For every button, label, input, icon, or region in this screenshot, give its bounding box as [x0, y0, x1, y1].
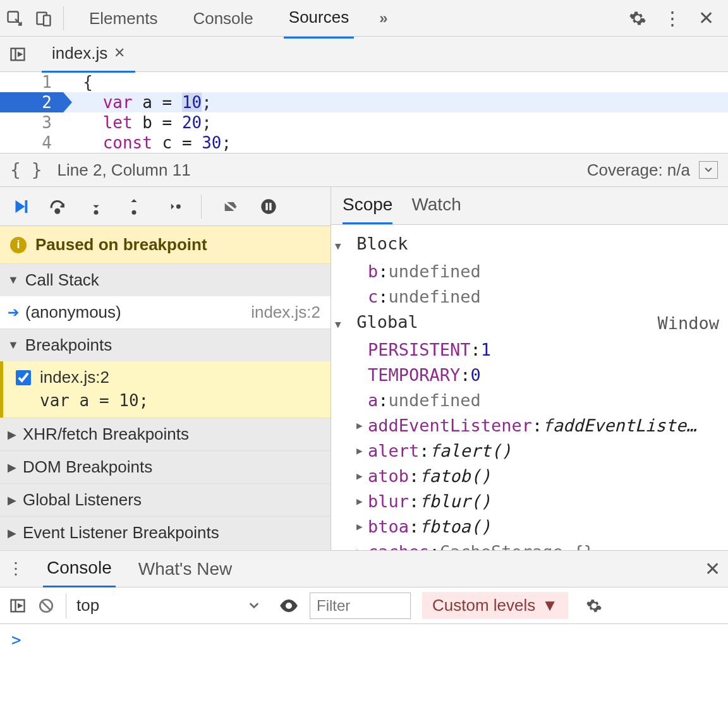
console-sidebar-toggle-icon[interactable]: [9, 597, 27, 615]
kebab-menu-icon[interactable]: ⋮: [663, 9, 682, 28]
step-button[interactable]: [161, 195, 183, 218]
line-number[interactable]: 3: [0, 112, 63, 133]
call-stack-frame[interactable]: ➔(anonymous)index.js:2: [0, 296, 331, 328]
close-drawer-icon[interactable]: ✕: [705, 558, 720, 580]
resume-button[interactable]: [9, 195, 32, 218]
tab-sources[interactable]: Sources: [284, 0, 354, 39]
chevron-right-icon: ▶: [356, 464, 368, 489]
paused-banner: i Paused on breakpoint: [0, 226, 331, 263]
show-navigator-icon[interactable]: [9, 45, 27, 63]
chevron-right-icon: ▶: [356, 438, 368, 464]
step-out-button[interactable]: [123, 195, 145, 218]
code-content: var a = 10;: [63, 92, 212, 112]
chevron-right-icon: ▶: [8, 493, 16, 507]
frame-location: index.js:2: [251, 303, 320, 322]
code-content: let b = 20;: [63, 112, 212, 133]
tab-console[interactable]: Console: [188, 0, 258, 38]
code-content: {: [63, 72, 93, 92]
scope-property[interactable]: ▶ btoa: f btoa(): [335, 514, 724, 539]
scope-property[interactable]: a: undefined: [335, 388, 724, 413]
chevron-down-icon: ▼: [335, 312, 346, 337]
tab-elements[interactable]: Elements: [84, 0, 162, 38]
code-line[interactable]: 1 {: [0, 72, 728, 92]
console-settings-icon[interactable]: [586, 598, 602, 614]
line-number[interactable]: 2: [0, 92, 63, 112]
chevron-right-icon: ▶: [356, 539, 368, 550]
tab-watch[interactable]: Watch: [411, 195, 461, 224]
section-global-listeners[interactable]: ▶ Global Listeners: [0, 483, 331, 516]
breakpoint-item[interactable]: index.js:2var a = 10;: [0, 361, 331, 418]
scope-property[interactable]: ▶ atob: f atob(): [335, 464, 724, 489]
coverage-dropdown-icon[interactable]: [699, 161, 718, 179]
device-toggle-icon[interactable]: [29, 6, 58, 31]
chevron-right-icon: ▶: [356, 489, 368, 514]
live-expression-icon[interactable]: [279, 599, 298, 612]
scope-property[interactable]: c: undefined: [335, 284, 724, 310]
coverage-label: Coverage: n/a: [587, 160, 690, 180]
frame-name: (anonymous): [25, 303, 121, 322]
pause-on-exceptions-button[interactable]: [257, 195, 280, 218]
drawer-tab-console[interactable]: Console: [43, 550, 116, 587]
section-xhr-breakpoints[interactable]: ▶ XHR/fetch Breakpoints: [0, 418, 331, 450]
svg-rect-11: [269, 203, 272, 210]
scope-property[interactable]: ▶ alert: f alert(): [335, 438, 724, 464]
svg-rect-4: [25, 200, 28, 213]
deactivate-breakpoints-button[interactable]: [219, 195, 242, 218]
code-line[interactable]: 4 const c = 30;: [0, 133, 728, 153]
settings-gear-icon[interactable]: [629, 9, 646, 27]
step-into-button[interactable]: [85, 195, 107, 218]
chevron-right-icon: ▶: [356, 413, 368, 438]
scope-property[interactable]: ▶ addEventListener: f addEventListe…: [335, 413, 724, 438]
section-event-listener-breakpoints[interactable]: ▶ Event Listener Breakpoints: [0, 516, 331, 550]
scope-property[interactable]: ▶ blur: f blur(): [335, 489, 724, 514]
breakpoint-checkbox[interactable]: [16, 370, 31, 385]
code-line[interactable]: 3 let b = 20;: [0, 112, 728, 133]
drawer-tab-whatsnew[interactable]: What's New: [135, 551, 236, 587]
console-prompt[interactable]: >: [0, 624, 728, 656]
scope-group-header[interactable]: ▼ Block: [335, 231, 724, 259]
clear-console-icon[interactable]: [38, 598, 54, 614]
section-breakpoints[interactable]: ▼ Breakpoints: [0, 328, 331, 361]
paused-text: Paused on breakpoint: [35, 235, 207, 255]
scope-group-header[interactable]: ▼ GlobalWindow: [335, 310, 724, 337]
code-line[interactable]: 2 var a = 10;: [0, 92, 728, 112]
line-number[interactable]: 1: [0, 72, 63, 92]
line-number[interactable]: 4: [0, 133, 63, 153]
chevron-right-icon: ▶: [8, 428, 16, 442]
code-editor[interactable]: 1 {2 var a = 10;3 let b = 20;4 const c =…: [0, 72, 728, 153]
devtools-top-toolbar: Elements Console Sources » ⋮ ✕: [0, 0, 728, 37]
console-levels-select[interactable]: Custom levels ▼: [422, 592, 568, 619]
info-icon: i: [10, 237, 27, 253]
chevron-right-icon: ▶: [356, 514, 368, 539]
close-file-icon[interactable]: ✕: [114, 45, 125, 61]
file-tab-label: index.js: [52, 44, 107, 63]
console-filter-input[interactable]: [310, 593, 411, 619]
scope-property[interactable]: TEMPORARY: 0: [335, 363, 724, 388]
chevron-down-icon: ▼: [8, 274, 19, 287]
console-context-select[interactable]: top: [66, 593, 268, 618]
sources-file-tabbar: index.js ✕: [0, 37, 728, 72]
pretty-print-icon[interactable]: { }: [10, 160, 42, 181]
scope-property[interactable]: b: undefined: [335, 259, 724, 284]
section-call-stack[interactable]: ▼ Call Stack: [0, 263, 331, 296]
current-frame-icon: ➔: [8, 304, 19, 321]
svg-point-5: [56, 209, 59, 213]
chevron-right-icon: ▶: [8, 526, 16, 540]
inspect-element-icon[interactable]: [0, 6, 29, 31]
file-tab-indexjs[interactable]: index.js ✕: [42, 36, 135, 73]
editor-status-bar: { } Line 2, Column 11 Coverage: n/a: [0, 153, 728, 187]
scope-property[interactable]: PERSISTENT: 1: [335, 337, 724, 363]
tab-scope[interactable]: Scope: [343, 195, 392, 224]
debugger-right-pane: Scope Watch ▼ Block b: undefined c: unde…: [331, 187, 728, 550]
svg-point-6: [94, 210, 99, 214]
debug-controls: [0, 187, 331, 226]
scope-property[interactable]: ▶ caches: CacheStorage {}: [335, 539, 724, 550]
section-dom-breakpoints[interactable]: ▶ DOM Breakpoints: [0, 450, 331, 483]
close-devtools-icon[interactable]: ✕: [698, 9, 714, 28]
svg-point-7: [132, 210, 136, 214]
step-over-button[interactable]: [47, 195, 70, 218]
scope-tree[interactable]: ▼ Block b: undefined c: undefined▼ Globa…: [331, 225, 728, 550]
more-tabs-icon[interactable]: »: [379, 9, 387, 27]
breakpoint-label: index.js:2: [40, 368, 109, 387]
drawer-kebab-icon[interactable]: ⋮: [8, 559, 24, 579]
